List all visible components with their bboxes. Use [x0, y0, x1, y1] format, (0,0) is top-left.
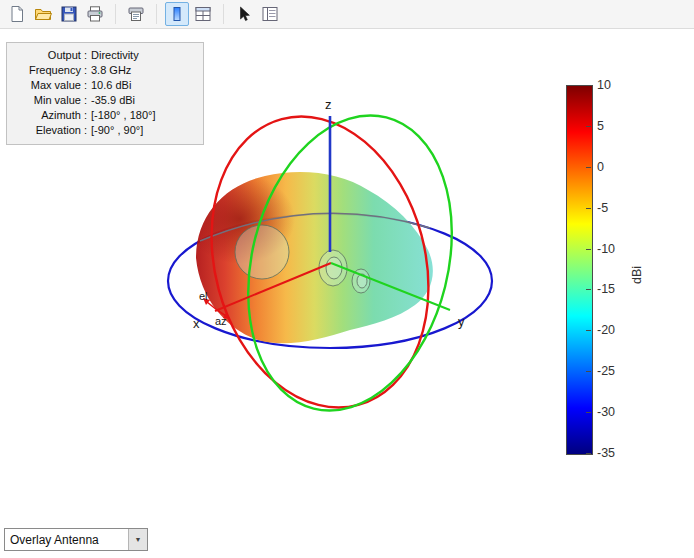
info-row-frequency: Frequency : 3.8 GHz — [7, 63, 197, 78]
colorbar-tick-label: -30 — [597, 405, 615, 419]
colorbar-tick-label: -20 — [597, 323, 615, 337]
z-axis-label: z — [325, 97, 332, 112]
info-row-output: Output : Directivity — [7, 48, 197, 63]
colorbar-tick — [586, 208, 591, 209]
overlay-antenna-value: Overlay Antenna — [5, 533, 128, 547]
colorbar-tick-label: -15 — [597, 282, 615, 296]
colorbar-tick-label: 0 — [597, 160, 604, 174]
colorbar-tick — [586, 289, 591, 290]
az-label: az — [215, 315, 227, 327]
colorbar-tick — [586, 85, 591, 86]
info-row-min-value: Min value : -35.9 dBi — [7, 93, 197, 108]
colorbar-tick — [586, 249, 591, 250]
colorbar-tick — [586, 371, 591, 372]
colorbar-tick-label: -25 — [597, 364, 615, 378]
info-row-elevation: Elevation : [-90° , 90°] — [7, 123, 197, 138]
pattern-info-panel: Output : Directivity Frequency : 3.8 GHz… — [6, 42, 204, 145]
chevron-down-icon: ▼ — [128, 529, 147, 550]
x-axis-label: x — [193, 316, 200, 331]
pattern-viewer-window: z x y el az Output : Directivity Frequen… — [0, 0, 694, 558]
colorbar-tick — [586, 453, 591, 454]
overlay-antenna-select[interactable]: Overlay Antenna ▼ — [4, 528, 148, 551]
colorbar-tick-label: 5 — [597, 119, 604, 133]
colorbar-tick — [586, 330, 591, 331]
colorbar-tick-label: -10 — [597, 242, 615, 256]
colorbar-tick — [586, 412, 591, 413]
colorbar-tick — [586, 167, 591, 168]
colorbar-tick-label: -35 — [597, 446, 615, 460]
colorbar — [566, 85, 593, 455]
info-row-azimuth: Azimuth : [-180° , 180°] — [7, 108, 197, 123]
colorbar-tick — [586, 126, 591, 127]
info-row-max-value: Max value : 10.6 dBi — [7, 78, 197, 93]
el-label: el — [199, 290, 208, 302]
colorbar-tick-label: -5 — [597, 201, 608, 215]
y-axis-label: y — [458, 314, 465, 329]
colorbar-unit-label: dBi — [630, 266, 644, 284]
colorbar-tick-label: 10 — [597, 78, 611, 92]
